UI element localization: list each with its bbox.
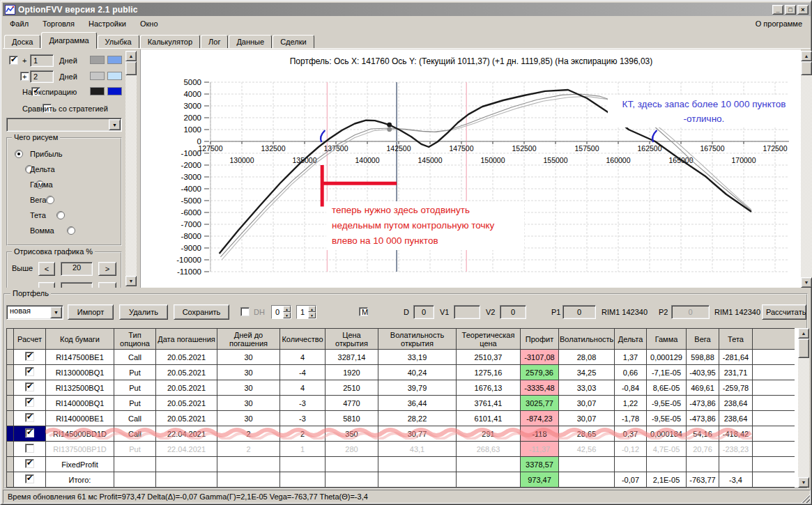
expiration-color1-swatch[interactable] <box>90 87 105 95</box>
chevron-down-icon[interactable]: ▼ <box>109 119 121 130</box>
menu-trading[interactable]: Торговля <box>36 17 82 30</box>
column-header[interactable]: Вега <box>687 329 719 350</box>
row-calc-checkbox[interactable] <box>25 459 34 468</box>
above-value[interactable]: 20 <box>61 262 93 276</box>
column-header[interactable]: Гамма <box>647 329 687 350</box>
table-scrollbar-thumb[interactable] <box>798 339 809 358</box>
scroll-down-icon[interactable]: ▼ <box>125 276 137 286</box>
tab-board[interactable]: Доска <box>4 35 40 49</box>
minimize-icon[interactable]: _ <box>772 5 783 15</box>
column-header[interactable]: Тета <box>719 329 753 350</box>
row-calc-checkbox[interactable] <box>25 474 34 483</box>
radio-theta[interactable] <box>56 211 65 219</box>
dh-spin2-input[interactable] <box>297 306 308 318</box>
table-row[interactable]: RI130000BQ1Put20.05.202130-4192040,24127… <box>7 365 795 380</box>
delete-button[interactable]: Удалить <box>119 304 168 320</box>
dh-spin1-input[interactable] <box>272 306 283 318</box>
import-button[interactable]: Импорт <box>68 304 114 320</box>
menu-settings[interactable]: Настройки <box>82 17 133 30</box>
column-header[interactable]: Тип опциона <box>114 329 156 350</box>
table-row[interactable]: RI145000BD1DCall22.04.20212235030,77291-… <box>7 426 795 442</box>
strategy-combo[interactable]: ▼ <box>6 118 122 132</box>
resize-grip[interactable] <box>801 494 810 503</box>
chart-scrollbar[interactable]: ▲ ▼ <box>801 51 812 288</box>
table-row[interactable]: RI132500BQ1Put20.05.2021304251039,791676… <box>7 380 795 396</box>
column-header[interactable]: Профит <box>521 329 559 350</box>
day1-color2-swatch[interactable] <box>107 56 122 64</box>
spin-up-icon[interactable]: ▲ <box>283 306 291 312</box>
radio-profit[interactable] <box>15 150 23 158</box>
maximize-icon[interactable]: □ <box>785 5 796 15</box>
tab-diagram[interactable]: Диаграмма <box>41 32 96 49</box>
row-calc-checkbox[interactable] <box>25 413 34 422</box>
day1-color1-swatch[interactable] <box>90 56 105 64</box>
p2-input[interactable] <box>671 305 710 319</box>
table-row[interactable]: RI137500BP1DPut22.04.20212128043,1268,63… <box>7 442 795 457</box>
row-calc-checkbox[interactable] <box>25 444 34 453</box>
table-row[interactable]: FixedProfit3378,57 <box>7 457 795 472</box>
row-calc-checkbox[interactable] <box>25 428 34 437</box>
table-scrollbar[interactable]: ▲ ▼ <box>798 328 809 488</box>
scroll-up-icon[interactable]: ▲ <box>798 328 809 339</box>
title-bar[interactable]: OptionFVV версия 2.1 public _ □ × <box>3 3 811 16</box>
scroll-up-icon[interactable]: ▲ <box>801 51 812 61</box>
column-header[interactable]: Волатильность <box>559 329 615 350</box>
dh-spinner1[interactable]: ▲▼ <box>271 305 291 319</box>
tab-calculator[interactable]: Калькулятор <box>140 35 200 49</box>
portfolio-name-combo[interactable]: новая ▼ <box>6 305 63 320</box>
column-header[interactable]: Дата погашения <box>156 329 217 350</box>
column-header[interactable]: Дельта <box>615 329 647 350</box>
panel-scrollbar-thumb[interactable] <box>125 61 137 75</box>
close-icon[interactable]: × <box>797 5 809 15</box>
column-header[interactable]: Количество <box>280 329 325 350</box>
dh-checkbox[interactable] <box>240 307 250 316</box>
expiration-color2-swatch[interactable] <box>107 87 122 95</box>
column-header[interactable]: Дней до погашения <box>217 329 280 350</box>
save-button[interactable]: Сохранить <box>174 304 229 320</box>
d-input[interactable] <box>413 305 434 319</box>
day2-input[interactable] <box>30 70 54 83</box>
day2-color2-swatch[interactable] <box>107 72 122 80</box>
row-calc-checkbox[interactable] <box>25 382 34 391</box>
menu-window[interactable]: Окно <box>133 17 165 30</box>
chart-scrollbar-thumb[interactable] <box>801 61 812 75</box>
dh-spinner2[interactable]: ▲▼ <box>296 305 316 319</box>
spin-down-icon[interactable]: ▼ <box>283 312 291 318</box>
spin-up-icon[interactable]: ▲ <box>308 306 316 312</box>
table-row[interactable]: RI140000BQ1Put20.05.202130-3477036,44376… <box>7 396 795 411</box>
p1-input[interactable] <box>562 305 596 319</box>
column-header[interactable]: Цена открытия <box>325 329 378 350</box>
day2-color1-swatch[interactable] <box>90 72 105 80</box>
spin-down-icon[interactable]: ▼ <box>308 312 316 318</box>
scroll-down-icon[interactable]: ▼ <box>798 477 809 488</box>
panel-scrollbar[interactable]: ▲ ▼ <box>125 51 137 286</box>
calculate-button[interactable]: Рассчитать <box>762 304 806 320</box>
below-inc-button[interactable] <box>98 282 116 288</box>
radio-vega[interactable] <box>46 196 54 204</box>
row-calc-checkbox[interactable] <box>25 352 34 361</box>
tab-log[interactable]: Лог <box>201 35 228 49</box>
column-header[interactable]: Расчет <box>14 329 46 350</box>
menu-file[interactable]: Файл <box>3 17 36 30</box>
below-dec-button[interactable] <box>38 282 55 288</box>
scroll-up-icon[interactable]: ▲ <box>125 51 137 61</box>
day1-checkbox[interactable] <box>9 56 18 65</box>
menu-about[interactable]: О программе <box>747 17 811 30</box>
row-calc-checkbox[interactable] <box>25 398 34 407</box>
table-row[interactable]: RI147500BE1Call20.05.20213043287,1433,19… <box>7 350 795 365</box>
table-row[interactable]: Итого:973,47-0,072,1E-05-763,77-3,4 <box>7 472 795 488</box>
table-row[interactable]: RI140000BE1Call20.05.202130-3581028,2261… <box>7 411 795 426</box>
scroll-down-icon[interactable]: ▼ <box>801 277 812 288</box>
day1-input[interactable] <box>30 54 54 67</box>
above-dec-button[interactable]: < <box>38 262 55 276</box>
chevron-down-icon[interactable]: ▼ <box>50 306 62 318</box>
v2-input[interactable] <box>500 305 526 319</box>
row-calc-checkbox[interactable] <box>25 367 34 376</box>
above-inc-button[interactable]: > <box>98 262 116 276</box>
tab-data[interactable]: Данные <box>229 35 272 49</box>
tab-trades[interactable]: Сделки <box>273 35 314 49</box>
v1-input[interactable] <box>454 305 480 319</box>
below-value[interactable] <box>61 282 93 288</box>
column-header[interactable]: Теоретическая цена <box>457 329 521 350</box>
radio-vomma[interactable] <box>67 226 75 235</box>
